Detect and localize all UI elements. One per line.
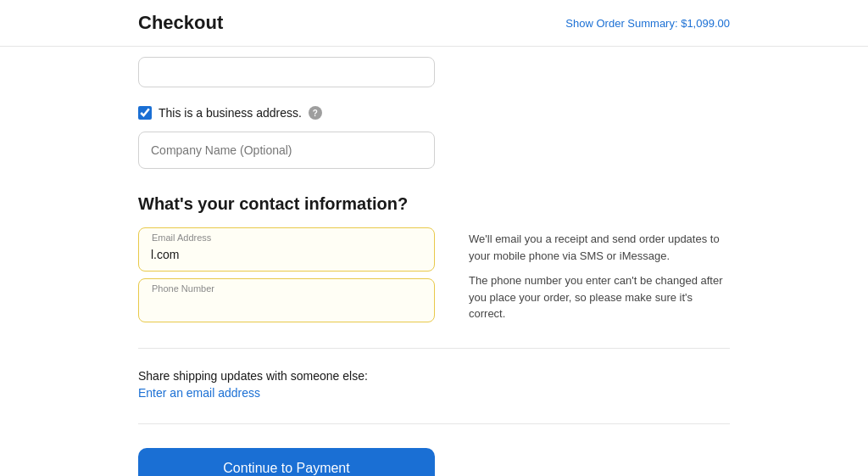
contact-form: Email Address Phone Number (138, 227, 435, 329)
business-address-checkbox[interactable] (138, 106, 152, 120)
header: Checkout Show Order Summary: $1,099.00 (0, 0, 868, 47)
main-content: This is a business address. ? What's you… (0, 47, 868, 476)
business-address-label: This is a business address. (159, 106, 302, 120)
contact-info-p1: We'll email you a receipt and send order… (469, 231, 730, 264)
company-name-input[interactable] (138, 132, 435, 169)
shipping-updates-section: Share shipping updates with someone else… (138, 366, 730, 406)
order-summary-link[interactable]: Show Order Summary: $1,099.00 (565, 17, 730, 30)
divider-1 (138, 348, 730, 349)
help-icon[interactable]: ? (309, 106, 322, 120)
shipping-updates-label: Share shipping updates with someone else… (138, 369, 730, 383)
page-title: Checkout (138, 12, 223, 34)
address-input-stub (138, 57, 435, 87)
email-field-group: Email Address (138, 227, 435, 272)
phone-field-group: Phone Number (138, 278, 435, 322)
contact-section: Email Address Phone Number We'll email y… (138, 227, 730, 331)
enter-email-link[interactable]: Enter an email address (138, 386, 260, 400)
contact-info-text: We'll email you a receipt and send order… (469, 227, 730, 331)
email-field-label: Email Address (150, 232, 211, 243)
contact-section-title: What's your contact information? (138, 194, 730, 214)
business-address-row: This is a business address. ? (138, 98, 730, 132)
top-input-area (138, 47, 730, 98)
divider-2 (138, 423, 730, 424)
contact-info-p2: The phone number you enter can't be chan… (469, 272, 730, 322)
continue-to-payment-button[interactable]: Continue to Payment (138, 448, 435, 477)
phone-field-label: Phone Number (150, 283, 214, 294)
